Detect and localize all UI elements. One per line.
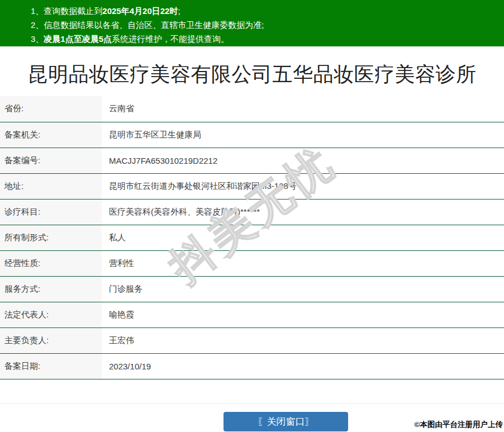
- facility-info-table: 省份: 云南省 备案机关: 昆明市五华区卫生健康局 备案编号: MACJJ7FA…: [0, 96, 504, 379]
- row-value: 昆明市五华区卫生健康局: [102, 122, 504, 148]
- row-value: 私人: [102, 225, 504, 250]
- row-value: 门诊服务: [102, 276, 504, 302]
- row-value: MACJJ7FA653010219D2212: [102, 148, 504, 173]
- notice-line-3-bold: 凌晨1点至凌晨5点: [44, 34, 112, 44]
- row-label: 经营性质:: [0, 250, 102, 276]
- row-label: 地址:: [0, 173, 102, 199]
- table-row: 备案编号: MACJJ7FA653010219D2212: [0, 148, 504, 173]
- notice-line-2-text: 2、信息数据结果以各省、自治区、直辖市卫生健康委数据为准;: [31, 20, 264, 30]
- table-row: 备案机关: 昆明市五华区卫生健康局: [0, 122, 504, 148]
- notice-line-3-text: 3、: [31, 34, 44, 44]
- notice-line-3-tail: 系统进行维护，不能提供查询。: [112, 34, 229, 44]
- divider-line: [0, 403, 504, 404]
- row-value: 营利性: [102, 250, 504, 276]
- notice-bar: 1、查询数据截止到2025年4月20日22时; 2、信息数据结果以各省、自治区、…: [0, 0, 504, 46]
- notice-line-2: 2、信息数据结果以各省、自治区、直辖市卫生健康委数据为准;: [31, 18, 498, 32]
- notice-line-3: 3、凌晨1点至凌晨5点系统进行维护，不能提供查询。: [31, 32, 498, 46]
- row-value: 医疗美容科(美容外科、美容皮肤科)******: [102, 199, 504, 225]
- row-label: 主要负责人:: [0, 327, 102, 353]
- row-label: 备案编号:: [0, 148, 102, 173]
- row-label: 服务方式:: [0, 276, 102, 302]
- table-row: 备案日期: 2023/10/19: [0, 353, 504, 379]
- row-label: 备案日期:: [0, 353, 102, 379]
- row-label: 备案机关:: [0, 122, 102, 148]
- table-row: 经营性质: 营利性: [0, 250, 504, 276]
- uploader-copyright-note: ©本图由平台注册用户上传: [415, 420, 503, 430]
- row-label: 法定代表人:: [0, 302, 102, 327]
- row-value: 云南省: [102, 96, 504, 122]
- row-label: 诊疗科目:: [0, 199, 102, 225]
- table-row: 地址: 昆明市红云街道办事处银河社区和谐家园M3-108号: [0, 173, 504, 199]
- table-row: 服务方式: 门诊服务: [0, 276, 504, 302]
- table-row: 主要负责人: 王宏伟: [0, 327, 504, 353]
- page-title: 昆明品妆医疗美容有限公司五华品妆医疗美容诊所: [0, 46, 504, 86]
- row-label: 省份:: [0, 96, 102, 122]
- table-row: 法定代表人: 喻艳霞: [0, 302, 504, 327]
- row-value: 喻艳霞: [102, 302, 504, 327]
- notice-line-1: 1、查询数据截止到2025年4月20日22时;: [31, 4, 498, 18]
- notice-line-1-tail: ;: [178, 6, 180, 16]
- close-window-button[interactable]: 〖关闭窗口〗: [224, 412, 348, 431]
- notice-line-1-bold: 2025年4月20日22时: [102, 6, 178, 16]
- table-row: 所有制形式: 私人: [0, 225, 504, 250]
- row-label: 所有制形式:: [0, 225, 102, 250]
- row-value: 2023/10/19: [102, 353, 504, 379]
- table-row: 省份: 云南省: [0, 96, 504, 122]
- row-value: 王宏伟: [102, 327, 504, 353]
- notice-line-1-text: 1、查询数据截止到: [31, 6, 102, 16]
- table-row: 诊疗科目: 医疗美容科(美容外科、美容皮肤科)******: [0, 199, 504, 225]
- row-value: 昆明市红云街道办事处银河社区和谐家园M3-108号: [102, 173, 504, 199]
